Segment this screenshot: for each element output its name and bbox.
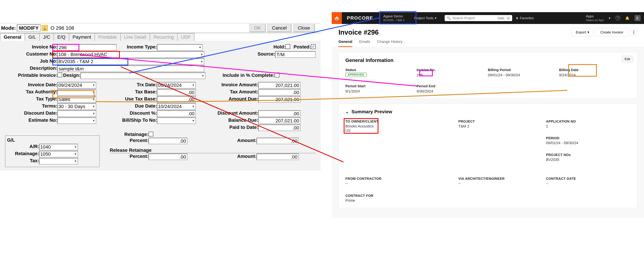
input-ret-percent[interactable]: .00 — [148, 138, 188, 144]
select-trx-date[interactable]: 09/24/2024▼ — [157, 82, 196, 88]
apps-selector[interactable]: Apps Select an App — [586, 14, 604, 22]
input-use-tax-base[interactable]: .00 — [157, 96, 196, 103]
input-tax-amount[interactable]: .00 — [258, 89, 300, 96]
value-to-owner1: Brooks Acoustics — [346, 124, 455, 128]
summary-toggle[interactable]: ⌄ Summary Preview — [346, 109, 630, 114]
terms-value: 30 - 30 Days — [58, 104, 85, 109]
edit-button[interactable]: Edit — [622, 56, 633, 62]
tab-printable[interactable]: Printable — [94, 33, 121, 41]
value-billing-date: 9/24/2024 — [559, 73, 630, 77]
favorites-link[interactable]: Favorites — [520, 16, 534, 20]
label-rel-amount: Amount: — [216, 154, 256, 160]
page-body: General Information Edit Status APPROVED… — [332, 47, 644, 218]
tab-general[interactable]: General — [0, 33, 25, 41]
input-ret-amount[interactable]: .00 — [256, 138, 299, 144]
select-invoice-date[interactable]: 09/24/2024▼ — [58, 82, 96, 88]
label-billing-date: Billing Date — [559, 68, 630, 72]
project-code: BV2035 - T&M 2 — [383, 18, 404, 22]
checkbox-hold[interactable] — [286, 44, 290, 49]
label-project: PROJECT — [458, 120, 542, 124]
home-icon[interactable]: 🏠 — [332, 12, 342, 24]
input-discount-pct[interactable]: .00 — [157, 110, 196, 117]
tab-jc[interactable]: J/C — [39, 33, 54, 41]
select-job-no[interactable]: BV2035 - T&M 2▼ — [58, 58, 204, 65]
input-rel-percent[interactable]: .00 — [148, 154, 188, 160]
ok-button[interactable]: OK — [249, 24, 266, 32]
page-header: Invoice #296 Export▾ Create Invoice — [332, 24, 644, 38]
select-income-type[interactable]: ▼ — [157, 44, 202, 51]
checkbox-include-pct[interactable] — [275, 72, 280, 77]
label-invoice-amount: Invoice Amount: — [213, 82, 258, 88]
tab-payment[interactable]: Payment — [69, 33, 95, 41]
value-period-end: 9/30/2024 — [416, 89, 488, 94]
label-ret-percent: Percent: — [110, 138, 148, 144]
label-invoice-date: Invoice Date: — [5, 82, 58, 88]
select-due-date[interactable]: 10/24/2024▼ — [157, 103, 196, 110]
select-bill-ship-to[interactable]: ▼ — [157, 118, 196, 124]
checkbox-posted[interactable]: ✓ — [311, 44, 316, 49]
bell-icon[interactable]: 🔔 — [625, 16, 630, 20]
select-tax-acct[interactable]: ▼ — [39, 158, 78, 164]
tab-emails[interactable]: Emails — [359, 38, 370, 47]
input-paid-to-date[interactable]: .00 — [258, 124, 300, 131]
close-button[interactable]: Close — [293, 24, 315, 32]
label-design: Design: — [63, 72, 80, 79]
export-button[interactable]: Export▾ — [572, 28, 594, 36]
chevron-down-icon: ▼ — [92, 91, 95, 94]
cancel-button[interactable]: Cancel — [267, 24, 291, 32]
search-input[interactable] — [452, 16, 495, 20]
tab-eq[interactable]: E/Q — [54, 33, 69, 41]
label-via: VIA ARCHITECT/ENGINEER — [458, 177, 542, 181]
tab-gl[interactable]: G/L — [25, 33, 40, 41]
lock-icon[interactable]: 🔒 — [42, 25, 48, 31]
input-invoice-amount[interactable]: 207,021.00 — [258, 82, 300, 88]
chevron-down-icon: ▼ — [198, 46, 202, 49]
checkbox-printable[interactable] — [58, 72, 62, 77]
avatar[interactable]: E — [634, 15, 640, 21]
input-description[interactable]: sample t&m — [58, 66, 204, 72]
search-box[interactable]: 🔍 Cmd K — [445, 15, 512, 21]
input-rel-amount[interactable]: .00 — [256, 154, 299, 160]
label-from: FROM CONTRACTOR — [346, 177, 455, 181]
input-amount-due[interactable]: 207,021.00 — [258, 96, 300, 103]
label-status: Status — [346, 68, 416, 72]
input-tax-base[interactable]: .00 — [157, 89, 196, 96]
project-selector[interactable]: Agave Demo BV2035 - T&M 2 — [378, 14, 410, 22]
chevron-down-icon: ▼ — [92, 84, 95, 87]
chevron-down-icon: ▼ — [191, 84, 195, 87]
value-period-start: 9/1/2024 — [346, 89, 416, 94]
chevron-down-icon: ⌄ — [346, 110, 349, 114]
chevron-down-icon: ▼ — [92, 119, 95, 122]
help-icon[interactable]: ? — [616, 16, 620, 20]
select-discount-date[interactable]: ▼ — [58, 110, 96, 117]
label-bill-ship-to: Bill/Ship To No: — [112, 118, 157, 124]
label-rel-percent: Percent: — [110, 154, 148, 160]
select-estimate-no[interactable]: ▼ — [58, 118, 96, 124]
tab-recurring[interactable]: Recurring — [150, 33, 178, 41]
tab-general[interactable]: General — [338, 38, 352, 47]
select-customer-no[interactable]: 108 - Brentwood HVAC▼ — [58, 51, 204, 58]
input-source[interactable]: T/M — [275, 51, 316, 58]
input-discount-amount[interactable]: .00 — [258, 110, 300, 117]
select-retainage-acct[interactable]: 1050▼ — [39, 151, 78, 157]
more-menu-button[interactable] — [630, 29, 637, 36]
input-balance-due[interactable]: 207,021.00 — [258, 118, 300, 124]
select-tax-type[interactable]: Sales▼ — [58, 96, 96, 103]
select-tax-authority[interactable]: ▼ — [58, 89, 96, 96]
tab-line-detail[interactable]: Line Detail — [120, 33, 150, 41]
label-amount-due: Amount Due: — [213, 96, 258, 103]
apps-sublabel: Select an App — [586, 18, 604, 22]
label-discount-date: Discount Date: — [5, 110, 58, 117]
project-tools-dropdown[interactable]: Project Tools▾ — [410, 16, 441, 20]
tab-udf[interactable]: UDF — [177, 33, 194, 41]
select-terms[interactable]: 30 - 30 Days▼ — [58, 103, 96, 110]
chevron-down-icon: ▼ — [92, 98, 95, 101]
label-ar: A/R: — [7, 144, 39, 150]
input-invoice-no[interactable]: 296 — [58, 44, 116, 51]
checkbox-retainage[interactable] — [148, 132, 153, 136]
select-ar-acct[interactable]: 1040▼ — [39, 144, 78, 150]
select-design[interactable]: ▼ — [80, 72, 206, 79]
create-invoice-button[interactable]: Create Invoice — [596, 28, 628, 36]
tab-change-history[interactable]: Change History — [377, 38, 402, 47]
label-discount-pct: Discount %: — [122, 110, 157, 117]
